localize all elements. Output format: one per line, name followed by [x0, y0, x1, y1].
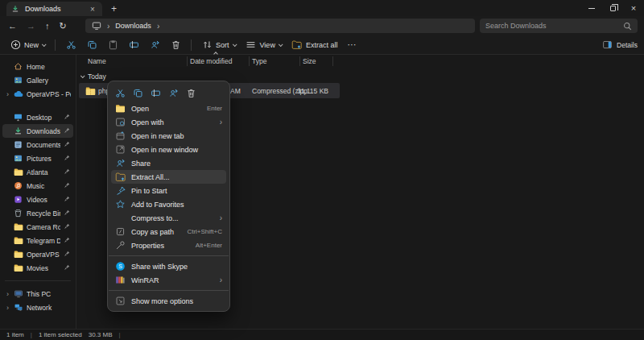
- sidebar-item-desktop[interactable]: Desktop: [2, 110, 73, 124]
- sidebar-item-atlanta[interactable]: Atlanta: [2, 165, 73, 179]
- status-divider: |: [31, 331, 32, 338]
- menu-item-extract-all[interactable]: Extract All...: [111, 170, 226, 184]
- restore-button[interactable]: [602, 0, 623, 16]
- column-header-date-modified[interactable]: Date modified: [190, 57, 232, 65]
- share-button[interactable]: [168, 88, 179, 98]
- rename-button[interactable]: [123, 37, 144, 53]
- sidebar-item-operavps[interactable]: OperaVPS: [2, 247, 73, 261]
- sidebar-item-network[interactable]: › Network: [2, 301, 73, 314]
- chevron-down-icon: [279, 42, 283, 47]
- close-button[interactable]: ×: [623, 0, 644, 16]
- menu-item-copy-as-path[interactable]: Copy as path Ctrl+Shift+C: [111, 225, 226, 238]
- new-button[interactable]: New: [5, 37, 50, 53]
- menu-item-open-in-new-tab[interactable]: Open in new tab: [111, 129, 226, 143]
- address-bar[interactable]: › Downloads ›: [85, 19, 475, 33]
- menu-shortcut: Enter: [207, 105, 222, 112]
- sidebar-item-pictures[interactable]: Pictures: [2, 151, 73, 165]
- menu-item-open-in-new-window[interactable]: Open in new window: [111, 143, 226, 156]
- chevron-down-icon: [42, 42, 47, 47]
- sidebar-item-home[interactable]: Home: [2, 60, 73, 73]
- view-button[interactable]: View: [241, 37, 287, 53]
- status-divider: |: [118, 331, 120, 338]
- expander-chevron-icon[interactable]: ›: [5, 304, 10, 312]
- desktop-icon: [14, 113, 23, 122]
- expander-chevron-icon[interactable]: ›: [5, 90, 10, 98]
- cut-button[interactable]: [60, 37, 81, 53]
- new-tab-icon[interactable]: +: [111, 2, 117, 15]
- search-input[interactable]: [485, 22, 623, 30]
- pin-to-start-icon: [115, 185, 126, 196]
- menu-item-show-more-options[interactable]: Show more options: [111, 294, 226, 308]
- rename-button[interactable]: [151, 88, 161, 98]
- menu-item-share[interactable]: Share: [111, 156, 226, 170]
- sidebar-item-telegram-desktop[interactable]: Telegram Desktop: [2, 234, 73, 247]
- sidebar-item-this-pc[interactable]: › This PC: [2, 287, 73, 301]
- menu-item-open[interactable]: Open Enter: [111, 102, 226, 115]
- sidebar-item-music[interactable]: Music: [2, 179, 73, 193]
- extract-all-button[interactable]: Extract all: [287, 37, 343, 53]
- column-header-name[interactable]: Name: [88, 57, 106, 65]
- paste-button[interactable]: [102, 37, 123, 53]
- details-toggle-button[interactable]: Details: [602, 39, 638, 50]
- column-header-type[interactable]: Type: [252, 57, 266, 65]
- sidebar-item-camera-roll[interactable]: Camera Roll: [2, 220, 73, 234]
- show-more-icon: [115, 296, 126, 306]
- pin-icon: [64, 196, 71, 203]
- sidebar-item-videos[interactable]: Videos: [2, 193, 73, 206]
- sidebar-item-label: Network: [27, 304, 71, 312]
- tab-label: Downloads: [25, 5, 84, 13]
- sort-button[interactable]: Sort: [196, 37, 241, 53]
- column-divider[interactable]: [332, 56, 333, 66]
- pin-icon: [64, 209, 71, 217]
- delete-button[interactable]: [165, 37, 186, 53]
- sidebar-item-recycle-bin[interactable]: Recycle Bin: [2, 206, 73, 220]
- tab-close-icon[interactable]: ×: [88, 5, 97, 14]
- back-button[interactable]: ←: [8, 21, 17, 31]
- sidebar-item-documents[interactable]: Documents: [2, 138, 73, 151]
- menu-shortcut: Ctrl+Shift+C: [187, 228, 222, 235]
- up-button[interactable]: ↑: [45, 21, 50, 31]
- skype-icon: S: [115, 261, 126, 272]
- paste-icon: [107, 39, 118, 51]
- menu-item-winrar[interactable]: WinRAR ›: [111, 273, 226, 287]
- column-divider[interactable]: [187, 56, 188, 66]
- share-button[interactable]: [144, 37, 165, 53]
- file-size: 31,115 KB: [297, 87, 328, 95]
- pin-icon: [64, 127, 71, 135]
- menu-item-pin-to-start[interactable]: Pin to Start: [111, 184, 226, 197]
- menu-item-open-with[interactable]: Open with ›: [111, 115, 226, 129]
- svg-text:S: S: [118, 263, 122, 269]
- trash-icon: [170, 39, 181, 51]
- menu-item-add-to-favorites[interactable]: Add to Favorites: [111, 197, 226, 211]
- delete-button[interactable]: [186, 88, 196, 98]
- column-divider[interactable]: [299, 56, 300, 66]
- menu-item-compress-to[interactable]: Compress to... ›: [111, 211, 226, 225]
- tab-downloads[interactable]: Downloads ×: [6, 2, 102, 16]
- recycle-bin-icon: [14, 209, 23, 218]
- copy-button[interactable]: [81, 37, 102, 53]
- copy-button[interactable]: [133, 88, 143, 98]
- menu-item-label: Copy as path: [131, 228, 181, 236]
- cut-button[interactable]: [115, 88, 126, 98]
- expander-chevron-icon[interactable]: ›: [5, 290, 10, 298]
- this-pc-icon: [14, 289, 23, 299]
- pictures-icon: [14, 154, 23, 164]
- refresh-button[interactable]: ↻: [60, 21, 67, 31]
- menu-item-properties[interactable]: Properties Alt+Enter: [111, 238, 226, 252]
- menu-item-share-with-skype[interactable]: S Share with Skype: [111, 259, 226, 273]
- menu-item-label: Properties: [131, 242, 190, 250]
- more-options-button[interactable]: ⋯: [342, 37, 361, 53]
- sidebar-item-downloads[interactable]: Downloads: [2, 124, 73, 138]
- breadcrumb-downloads[interactable]: Downloads: [115, 22, 151, 30]
- nav-arrows: ← → ↑ ↻: [0, 21, 84, 31]
- column-divider[interactable]: [249, 56, 250, 66]
- pin-icon: [64, 141, 71, 148]
- downloads-icon: [14, 126, 23, 136]
- column-header-size[interactable]: Size: [303, 57, 316, 65]
- sidebar-item-onedrive[interactable]: › OperaVPS - Personal: [2, 87, 73, 101]
- forward-button[interactable]: →: [27, 21, 35, 31]
- minimize-button[interactable]: [581, 0, 602, 16]
- sidebar-item-movies[interactable]: Movies: [2, 261, 73, 275]
- status-bar: 1 item | 1 item selected 30.3 MB |: [0, 329, 644, 340]
- sidebar-item-gallery[interactable]: Gallery: [2, 73, 73, 87]
